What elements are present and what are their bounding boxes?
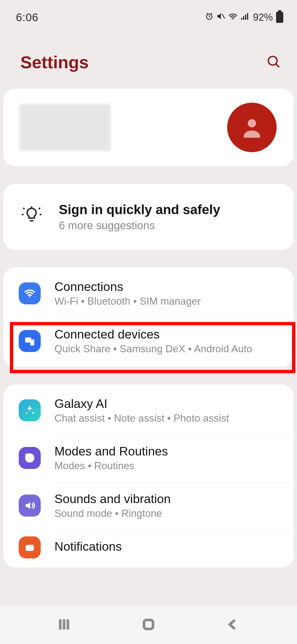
svg-rect-5 — [247, 13, 248, 20]
account-name-redacted — [19, 104, 111, 151]
settings-group-2: Galaxy AI Chat assist • Note assist • Ph… — [3, 384, 294, 567]
account-card[interactable] — [3, 89, 294, 166]
setting-title: Galaxy AI — [54, 397, 280, 411]
setting-subtitle: Chat assist • Note assist • Photo assist — [54, 413, 280, 424]
avatar[interactable] — [227, 103, 277, 152]
suggestion-card[interactable]: Sign in quickly and safely 6 more sugges… — [3, 184, 294, 250]
setting-title: Notifications — [54, 539, 280, 554]
check-cycle-icon — [19, 447, 41, 469]
svg-line-1 — [222, 14, 225, 18]
wifi-icon — [228, 11, 238, 24]
lightbulb-icon — [21, 206, 42, 228]
suggestion-subtitle: 6 more suggestions — [59, 219, 278, 232]
status-time: 6:06 — [16, 11, 38, 24]
settings-item-connections[interactable]: Connections Wi-Fi • Bluetooth • SIM mana… — [3, 270, 294, 317]
status-bar: 6:06 92% — [0, 0, 297, 28]
setting-title: Sounds and vibration — [54, 492, 280, 506]
speaker-icon — [19, 495, 41, 517]
svg-line-11 — [23, 208, 24, 209]
settings-group-1: Connections Wi-Fi • Bluetooth • SIM mana… — [3, 268, 294, 367]
svg-rect-2 — [241, 18, 242, 20]
devices-icon — [19, 330, 41, 352]
notifications-icon — [19, 536, 41, 558]
svg-point-8 — [248, 119, 256, 127]
svg-rect-16 — [30, 340, 34, 346]
setting-subtitle: Modes • Routines — [54, 460, 280, 472]
setting-subtitle: Quick Share • Samsung DeX • Android Auto — [54, 343, 280, 355]
suggestion-title: Sign in quickly and safely — [59, 202, 278, 217]
setting-title: Connections — [54, 280, 280, 294]
alarm-icon — [205, 12, 214, 23]
mute-icon — [216, 12, 226, 23]
setting-subtitle: Sound mode • Ringtone — [54, 508, 280, 519]
search-button[interactable] — [266, 54, 281, 70]
home-button[interactable] — [141, 617, 156, 633]
svg-line-12 — [39, 208, 40, 209]
setting-title: Connected devices — [54, 327, 280, 342]
wifi-icon — [19, 282, 41, 304]
settings-item-sounds-vibration[interactable]: Sounds and vibration Sound mode • Ringto… — [3, 482, 294, 529]
svg-rect-3 — [243, 16, 244, 20]
settings-item-modes-routines[interactable]: Modes and Routines Modes • Routines — [3, 434, 294, 482]
signal-icon — [240, 12, 250, 23]
settings-item-galaxy-ai[interactable]: Galaxy AI Chat assist • Note assist • Ph… — [3, 387, 294, 434]
page-header: Settings — [0, 28, 297, 89]
battery-percent: 92% — [253, 12, 273, 23]
back-button[interactable] — [225, 617, 241, 633]
settings-item-connected-devices[interactable]: Connected devices Quick Share • Samsung … — [3, 317, 294, 365]
page-title: Settings — [20, 52, 89, 72]
svg-point-19 — [31, 545, 34, 547]
svg-rect-23 — [144, 620, 153, 629]
recents-button[interactable] — [56, 617, 72, 633]
sparkle-icon — [19, 399, 41, 421]
setting-subtitle: Wi-Fi • Bluetooth • SIM manager — [54, 296, 280, 307]
battery-icon — [276, 12, 283, 23]
navigation-bar — [0, 606, 297, 644]
svg-rect-4 — [245, 15, 246, 20]
svg-line-7 — [276, 64, 279, 67]
settings-item-notifications[interactable]: Notifications — [3, 530, 294, 565]
status-icons: 92% — [205, 11, 283, 24]
svg-point-6 — [268, 56, 277, 65]
setting-title: Modes and Routines — [54, 444, 280, 459]
